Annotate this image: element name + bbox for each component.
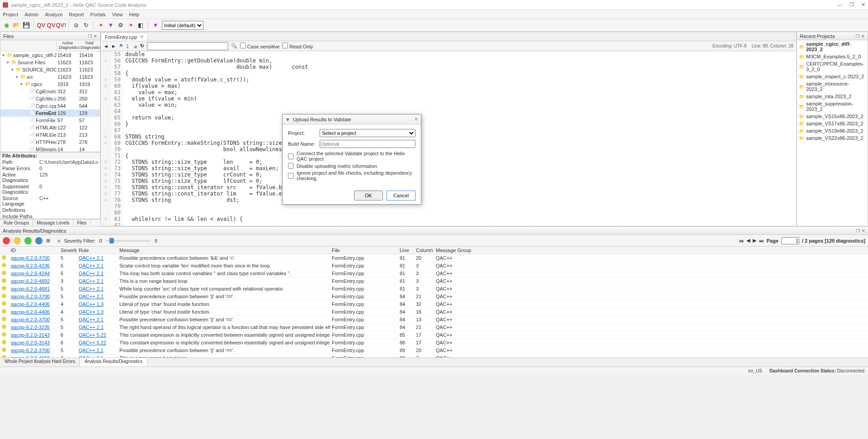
diag-row[interactable]: qacpp-6.2.0-37005QAC++ 2.1Possible prece… (0, 316, 868, 324)
attrs-tab[interactable]: Message Levels (33, 220, 73, 226)
cancel-button[interactable]: Cancel (387, 191, 415, 200)
menu-view[interactable]: View (112, 12, 123, 17)
expand-icon[interactable]: ⊞ (46, 238, 50, 243)
save-icon[interactable]: 💾 (23, 22, 30, 29)
page-input[interactable] (781, 237, 799, 244)
recent-project[interactable]: 📁sample_VS15x86-2023_2 (797, 113, 868, 120)
editor-tab[interactable]: FormEntry.cpp✕ (101, 33, 148, 41)
tree-row[interactable]: ▾📁SOURCE_ROOT1162311623 (0, 66, 100, 73)
tree-row[interactable]: ▾📁Source Files1162311623 (0, 59, 100, 66)
config-select[interactable]: Initial (default) (162, 21, 203, 30)
diag-row[interactable]: qacpp-6.2.0-32355QAC++ 2.1The right hand… (0, 324, 868, 331)
tab-close-icon[interactable]: ✕ (140, 34, 144, 40)
bottom-tab[interactable]: Analysis Results/Diagnostics (80, 358, 147, 367)
analyze2-icon[interactable]: QV (47, 22, 55, 29)
code-editor[interactable]: 55double⚠56CGICCNS FormEntry::getDoubleV… (101, 51, 796, 226)
recent-project[interactable]: 📁sample_VS22x86-2023_2 (797, 134, 868, 142)
list-icon[interactable]: ≡ (57, 238, 60, 243)
restore-icon[interactable]: ❐ (856, 229, 860, 233)
validate-icon[interactable]: ▼ (152, 22, 159, 29)
stop-icon[interactable]: ⊘ (72, 22, 80, 29)
tree-row[interactable]: 📄CgiEnvironment.cpp312312 (0, 88, 100, 95)
tool1-icon[interactable]: ✦ (97, 22, 104, 29)
connect-project-check[interactable] (288, 153, 294, 159)
filter-icon[interactable]: ▼ (107, 22, 114, 29)
maximize-button[interactable]: ❐ (849, 2, 854, 8)
search-go-icon[interactable]: 🔍 (231, 43, 237, 49)
close-panel-icon[interactable]: ✕ (94, 34, 97, 38)
close-panel-icon[interactable]: ✕ (862, 229, 865, 233)
diag-row[interactable]: qacpp-6.2.0-42445QAC++ 2.1This loop has … (0, 270, 868, 277)
menu-portals[interactable]: Portals (90, 12, 106, 17)
read-only-check[interactable]: Read Only (282, 43, 313, 49)
nav-fwd-icon[interactable]: ► (111, 43, 116, 49)
diag-row[interactable]: qacpp-6.2.0-46815QAC++ 2.1While loop cou… (0, 285, 868, 293)
tree-row[interactable]: 📄HTMLAttributes.cpp122122 (0, 124, 100, 131)
recent-project[interactable]: 📁sample_VS19x86-2023_2 (797, 127, 868, 134)
settings-icon[interactable]: ⚙ (117, 22, 124, 29)
tree-row[interactable]: 📄HTTPHeaders.cpp278278 (0, 138, 100, 146)
disable-metrics-check[interactable] (288, 163, 294, 169)
sev-blue-icon[interactable] (35, 237, 42, 244)
diag-row[interactable]: qacpp-6.2.0-42365QAC++ 2.1Scalar control… (0, 262, 868, 270)
recent-project[interactable]: 📁sample_cgicc_diff-2023_2 (797, 40, 868, 53)
minimize-button[interactable]: — (837, 2, 842, 8)
recent-project[interactable]: 📁sample_VS17x86-2023_2 (797, 120, 868, 127)
diag-row[interactable]: qacpp-6.2.0-44064QAC++ 1.3Literal of typ… (0, 308, 868, 316)
goto-icon[interactable]: ⤵ (126, 43, 129, 49)
search-input[interactable] (147, 42, 228, 50)
replace-icon[interactable]: ↻ (140, 43, 144, 49)
tree-row[interactable]: 📄CgiUtils.cpp250250 (0, 95, 100, 102)
menu-analyze[interactable]: Analyze (45, 12, 62, 17)
case-sensitive-check[interactable]: Case sensitive (240, 43, 280, 49)
analyze3-icon[interactable]: QV! (57, 22, 65, 29)
tool2-icon[interactable]: ✦ (127, 22, 134, 29)
recent-project[interactable]: 📁sample_inspect_c-2023_2 (797, 73, 868, 80)
build-name-input[interactable] (320, 140, 415, 148)
ignore-checks-check[interactable] (288, 173, 294, 179)
diag-row[interactable]: qacpp-6.2.0-31436QAC++ 5.22This constant… (0, 339, 868, 347)
sev-red-icon[interactable] (3, 237, 10, 244)
sev-green-icon[interactable] (24, 237, 32, 244)
page-prev-icon[interactable]: ◀ (746, 238, 750, 243)
tree-row[interactable]: 📄FormFile.cpp5757 (0, 117, 100, 124)
menu-report[interactable]: Report (69, 12, 84, 17)
bottom-tab[interactable]: Whole Project Analysis Hard Errors (0, 358, 80, 367)
diag-row[interactable]: qacpp-6.2.0-46923QAC++ 2.1This is a non … (0, 354, 868, 358)
find-icon[interactable]: ⌕ (134, 43, 137, 49)
dialog-close-icon[interactable]: ✕ (414, 116, 418, 122)
menu-help[interactable]: Help (129, 12, 140, 17)
severity-slider[interactable] (106, 240, 151, 242)
tree-row[interactable]: 📄MStreamable.cpp1414 (0, 146, 100, 152)
page-next-icon[interactable]: ▶ (753, 238, 756, 243)
refresh-icon[interactable]: ↻ (82, 22, 90, 29)
diag-row[interactable]: qacpp-6.2.0-37005QAC++ 2.1Possible prece… (0, 293, 868, 301)
bookmark-icon[interactable]: ⚑ (119, 43, 123, 49)
menu-admin[interactable]: Admin (24, 12, 38, 17)
recent-project[interactable]: 📁sample_suppression-2023_2 (797, 100, 868, 113)
recent-project[interactable]: 📁sample_mixsource-2023_2 (797, 80, 868, 93)
page-last-icon[interactable]: ⏭ (759, 238, 764, 243)
diag-row[interactable]: qacpp-6.2.0-44064QAC++ 1.3Literal of typ… (0, 301, 868, 308)
sev-yellow-icon[interactable] (14, 237, 21, 244)
ok-button[interactable]: OK (354, 191, 383, 200)
recent-project[interactable]: 📁CERTCPPCM_Examples-3_2_0 (797, 60, 868, 73)
attrs-tab[interactable]: Files (73, 220, 90, 226)
nav-back-icon[interactable]: ◄ (104, 43, 108, 49)
diag-row[interactable]: qacpp-6.2.0-31436QAC++ 5.22This constant… (0, 331, 868, 339)
tree-row[interactable]: 📄HTMLElements.cpp213213 (0, 131, 100, 138)
recent-project[interactable]: 📁M3CM_Examples-5_2_0 (797, 53, 868, 60)
attrs-tab[interactable]: Rule Groups (0, 220, 33, 226)
restore-icon[interactable]: ❐ (856, 34, 859, 38)
diag-row[interactable]: qacpp-6.2.0-37005QAC++ 2.1Possible prece… (0, 347, 868, 354)
menu-project[interactable]: Project (3, 12, 18, 17)
tool3-icon[interactable]: ◧ (137, 22, 144, 29)
page-first-icon[interactable]: ⏮ (739, 238, 744, 243)
close-button[interactable]: ✕ (861, 2, 865, 8)
close-panel-icon[interactable]: ✕ (861, 34, 865, 38)
tree-row[interactable]: ▾📁cgicc19191919 (0, 81, 100, 88)
tree-row[interactable]: ▾📁src1162311623 (0, 73, 100, 81)
file-tree[interactable]: ▾📁sample_cgicc_diff-2023_21541815418▾📁So… (0, 52, 100, 152)
recent-project[interactable]: 📁sample_mta-2023_2 (797, 93, 868, 100)
diag-row[interactable]: qacpp-6.2.0-37005QAC++ 2.1Possible prece… (0, 254, 868, 262)
